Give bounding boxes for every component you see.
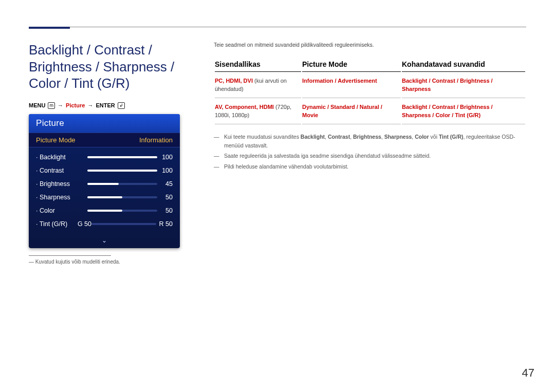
- separator: [29, 255, 111, 256]
- notes-list: Kui teete muudatusi suvandites Backlight…: [214, 133, 526, 171]
- table-row: PC, HDMI, DVI (kui arvuti on ühendatud)I…: [215, 73, 525, 98]
- slider-track[interactable]: [87, 156, 157, 158]
- menu-path: MENU m → Picture → ENTER ↲: [29, 102, 193, 109]
- tint-g-value: G 50: [72, 220, 91, 228]
- note-item: Saate reguleerida ja salvestada iga sead…: [214, 152, 526, 160]
- slider-value: 100: [157, 167, 173, 174]
- note-item: Kui teete muudatusi suvandites Backlight…: [214, 133, 526, 150]
- slider-label: Backlight: [36, 154, 87, 161]
- picture-mode-value: Information: [139, 136, 173, 144]
- slider-track[interactable]: [91, 223, 156, 225]
- slider-label: Sharpness: [36, 194, 87, 201]
- slider-color[interactable]: Color50: [36, 204, 173, 217]
- tint-r-value: R 50: [156, 220, 173, 228]
- slider-label: Contrast: [36, 167, 87, 174]
- slider-label: Color: [36, 207, 87, 214]
- th-options: Kohandatavad suvandid: [402, 60, 525, 72]
- enter-icon: ↲: [118, 102, 125, 109]
- chevron-down-icon[interactable]: ⌄: [29, 235, 180, 248]
- menu-label: MENU: [29, 102, 45, 108]
- slider-track[interactable]: [87, 196, 157, 198]
- th-source: Sisendallikas: [215, 60, 301, 72]
- slider-value: 100: [157, 154, 173, 161]
- table-row: AV, Component, HDMI (720p, 1080i, 1080p)…: [215, 99, 525, 124]
- osd-title: Picture: [29, 114, 180, 133]
- slider-value: 50: [157, 194, 173, 201]
- model-note: Kuvatud kujutis võib mudeliti erineda.: [29, 259, 193, 265]
- top-rule: [29, 27, 526, 27]
- slider-label: Brightness: [36, 180, 87, 188]
- note-item: Pildi heleduse alandamine vähendab voolu…: [214, 162, 526, 171]
- osd-panel: Picture Picture Mode Information Backlig…: [29, 114, 180, 248]
- picture-mode-row[interactable]: Picture Mode Information: [29, 133, 180, 147]
- arrow-icon: →: [86, 102, 94, 108]
- slider-track[interactable]: [87, 210, 157, 212]
- options-table: Sisendallikas Picture Mode Kohandatavad …: [214, 59, 526, 125]
- slider-contrast[interactable]: Contrast100: [36, 164, 173, 177]
- arrow-icon: →: [57, 102, 64, 108]
- slider-backlight[interactable]: Backlight100: [36, 151, 173, 164]
- slider-track[interactable]: [87, 183, 157, 185]
- slider-brightness[interactable]: Brightness45: [36, 177, 173, 191]
- slider-value: 50: [157, 207, 173, 214]
- slider-sharpness[interactable]: Sharpness50: [36, 191, 173, 204]
- intro-text: Teie seadmel on mitmeid suvandeid pildik…: [214, 42, 526, 48]
- slider-value: 45: [157, 180, 173, 188]
- menu-icon: m: [48, 102, 55, 109]
- menu-picture: Picture: [66, 102, 85, 108]
- enter-label: ENTER: [96, 102, 115, 108]
- slider-label: Tint (G/R): [36, 220, 72, 228]
- picture-mode-label: Picture Mode: [36, 136, 76, 144]
- th-picture-mode: Picture Mode: [302, 60, 401, 72]
- slider-track[interactable]: [87, 170, 157, 172]
- slider-tint[interactable]: Tint (G/R)G 50R 50: [36, 217, 173, 231]
- page-number: 47: [522, 366, 534, 380]
- page-title: Backlight / Contrast / Brightness / Shar…: [29, 42, 193, 92]
